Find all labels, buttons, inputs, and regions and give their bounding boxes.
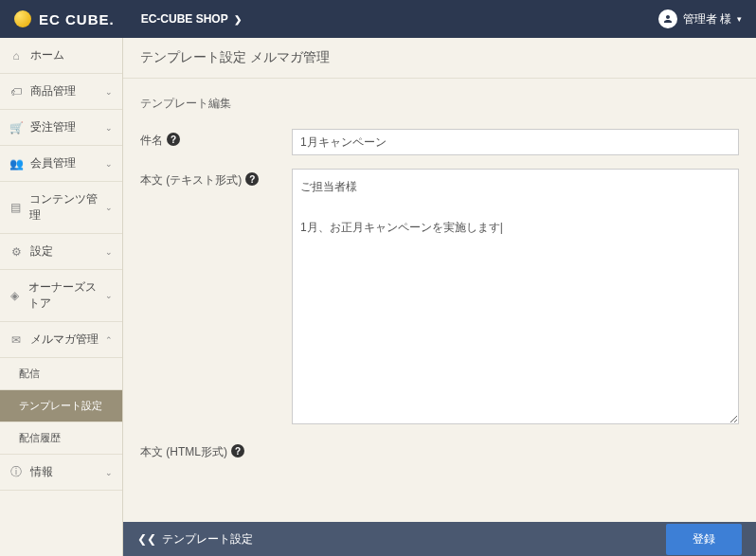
sidebar-item-label: 会員管理	[30, 155, 76, 171]
sidebar-sub-history[interactable]: 配信履歴	[0, 422, 122, 455]
gear-icon: ⚙	[9, 245, 23, 259]
user-menu[interactable]: 管理者 様 ▾	[658, 9, 742, 28]
sidebar-item-home[interactable]: ⌂ ホーム	[0, 38, 122, 74]
footer: ❮❮ テンプレート設定 登録	[123, 522, 756, 556]
sidebar: ⌂ ホーム 🏷 商品管理 ⌄ 🛒 受注管理 ⌄ 👥 会員管理 ⌄ ▤ コンテンツ…	[0, 38, 123, 556]
logo[interactable]: EC CUBE.	[14, 10, 115, 27]
logo-text: EC CUBE.	[39, 11, 115, 27]
form-row-body-html: 本文 (HTML形式) ?	[140, 440, 739, 460]
sidebar-item-label: 商品管理	[30, 83, 76, 99]
help-icon[interactable]: ?	[231, 444, 244, 457]
main: テンプレート設定 メルマガ管理 テンプレート編集 件名 ? 本文 (テキスト形式…	[123, 38, 756, 556]
chevron-down-icon: ⌄	[105, 87, 113, 97]
help-icon[interactable]: ?	[245, 172, 259, 186]
sidebar-item-label: オーナーズストア	[28, 279, 105, 312]
home-icon: ⌂	[9, 49, 23, 63]
sidebar-item-products[interactable]: 🏷 商品管理 ⌄	[0, 74, 122, 110]
submit-button[interactable]: 登録	[666, 524, 742, 555]
content: テンプレート編集 件名 ? 本文 (テキスト形式) ?	[123, 79, 756, 522]
breadcrumb: テンプレート設定 メルマガ管理	[123, 38, 756, 79]
chevron-down-icon: ⌄	[105, 247, 113, 257]
subject-input[interactable]	[292, 129, 739, 155]
info-icon: ⓘ	[9, 464, 23, 480]
subject-label: 件名 ?	[140, 129, 292, 155]
cart-icon: 🛒	[9, 121, 23, 135]
sidebar-sub-deliver[interactable]: 配信	[0, 358, 122, 390]
sidebar-item-mailmag[interactable]: ✉ メルマガ管理 ⌃	[0, 322, 122, 358]
sidebar-item-label: メルマガ管理	[30, 332, 99, 348]
sidebar-item-label: 受注管理	[30, 119, 76, 135]
sidebar-item-contents[interactable]: ▤ コンテンツ管理 ⌄	[0, 182, 122, 234]
sidebar-item-label: 設定	[30, 243, 53, 260]
user-avatar-icon	[658, 9, 677, 28]
chevron-down-icon: ▾	[737, 14, 742, 24]
sidebar-item-label: コンテンツ管理	[29, 191, 105, 224]
form-row-subject: 件名 ?	[140, 129, 739, 155]
label-text: 件名	[140, 133, 163, 149]
sidebar-item-orders[interactable]: 🛒 受注管理 ⌄	[0, 110, 122, 146]
chevron-down-icon: ⌄	[105, 291, 113, 300]
mail-icon: ✉	[9, 333, 23, 347]
label-text: 本文 (テキスト形式)	[140, 172, 242, 188]
sidebar-item-info[interactable]: ⓘ 情報 ⌄	[0, 455, 122, 491]
label-text: 本文 (HTML形式)	[140, 444, 227, 460]
user-label: 管理者 様	[683, 11, 731, 27]
body-text-textarea[interactable]	[292, 169, 739, 424]
file-icon: ▤	[9, 201, 22, 214]
section-title: テンプレート編集	[140, 96, 739, 112]
chevron-down-icon: ⌄	[105, 123, 113, 133]
chevron-down-icon: ⌄	[105, 203, 113, 212]
footer-back-link[interactable]: ❮❮ テンプレート設定	[137, 531, 253, 547]
topbar: EC CUBE. EC-CUBE SHOP ❯ 管理者 様 ▾	[0, 0, 756, 38]
shop-name-text: EC-CUBE SHOP	[141, 12, 228, 26]
logo-icon	[14, 10, 31, 27]
help-icon[interactable]: ?	[167, 133, 180, 146]
sidebar-item-label: ホーム	[30, 47, 64, 63]
shop-link[interactable]: EC-CUBE SHOP ❯	[141, 12, 242, 26]
chevron-up-icon: ⌃	[105, 335, 113, 345]
users-icon: 👥	[9, 157, 23, 170]
body-text-label: 本文 (テキスト形式) ?	[140, 169, 292, 427]
sidebar-item-members[interactable]: 👥 会員管理 ⌄	[0, 146, 122, 182]
sidebar-item-ownerstore[interactable]: ◈ オーナーズストア ⌄	[0, 270, 122, 322]
footer-back-label: テンプレート設定	[162, 531, 253, 547]
chevron-right-icon: ❯	[234, 14, 242, 25]
chevron-down-icon: ⌄	[105, 468, 113, 477]
chevron-down-icon: ⌄	[105, 159, 113, 169]
sidebar-item-settings[interactable]: ⚙ 設定 ⌄	[0, 234, 122, 270]
body-html-label: 本文 (HTML形式) ?	[140, 440, 292, 460]
tag-icon: 🏷	[9, 85, 23, 99]
sidebar-sub-template[interactable]: テンプレート設定	[0, 390, 122, 422]
double-chevron-left-icon: ❮❮	[137, 532, 156, 546]
form-row-body-text: 本文 (テキスト形式) ?	[140, 169, 739, 427]
diamond-icon: ◈	[9, 289, 21, 302]
sidebar-item-label: 情報	[30, 464, 53, 480]
